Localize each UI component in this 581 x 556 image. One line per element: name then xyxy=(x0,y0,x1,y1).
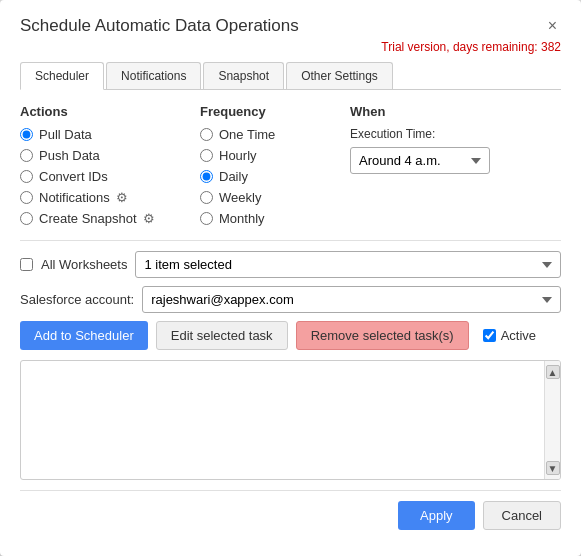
scroll-up-button[interactable]: ▲ xyxy=(546,365,560,379)
tab-snapshot[interactable]: Snapshot xyxy=(203,62,284,89)
when-title: When xyxy=(350,104,561,119)
freq-monthly[interactable]: Monthly xyxy=(200,211,330,226)
tab-scheduler[interactable]: Scheduler xyxy=(20,62,104,90)
action-convert-ids[interactable]: Convert IDs xyxy=(20,169,180,184)
cancel-button[interactable]: Cancel xyxy=(483,501,561,530)
all-worksheets-label: All Worksheets xyxy=(41,257,127,272)
tab-other-settings[interactable]: Other Settings xyxy=(286,62,393,89)
active-checkbox-label[interactable]: Active xyxy=(483,328,536,343)
active-checkbox[interactable] xyxy=(483,329,496,342)
freq-monthly-radio[interactable] xyxy=(200,212,213,225)
scroll-down-button[interactable]: ▼ xyxy=(546,461,560,475)
all-worksheets-checkbox[interactable] xyxy=(20,258,33,271)
execution-time-label: Execution Time: xyxy=(350,127,561,141)
action-create-snapshot-radio[interactable] xyxy=(20,212,33,225)
actions-section: Actions Pull Data Push Data Convert IDs … xyxy=(20,104,180,226)
actions-title: Actions xyxy=(20,104,180,119)
execution-time-select[interactable]: Around 4 a.m. Around 8 a.m. Around 12 p.… xyxy=(350,147,490,174)
frequency-title: Frequency xyxy=(200,104,330,119)
dialog-container: Schedule Automatic Data Operations × Tri… xyxy=(0,0,581,556)
remove-selected-tasks-button[interactable]: Remove selected task(s) xyxy=(296,321,469,350)
actions-radio-group: Pull Data Push Data Convert IDs Notifica… xyxy=(20,127,180,226)
worksheets-select[interactable]: 1 item selected xyxy=(135,251,561,278)
action-pull-data[interactable]: Pull Data xyxy=(20,127,180,142)
freq-one-time[interactable]: One Time xyxy=(200,127,330,142)
dialog-title: Schedule Automatic Data Operations xyxy=(20,16,299,36)
frequency-section: Frequency One Time Hourly Daily Weekly xyxy=(200,104,330,226)
add-to-scheduler-button[interactable]: Add to Scheduler xyxy=(20,321,148,350)
dialog-header: Schedule Automatic Data Operations × xyxy=(20,16,561,36)
action-push-data[interactable]: Push Data xyxy=(20,148,180,163)
active-label: Active xyxy=(501,328,536,343)
close-button[interactable]: × xyxy=(544,16,561,36)
action-notifications[interactable]: Notifications ⚙ xyxy=(20,190,180,205)
action-create-snapshot[interactable]: Create Snapshot ⚙ xyxy=(20,211,180,226)
apply-button[interactable]: Apply xyxy=(398,501,475,530)
freq-daily-radio[interactable] xyxy=(200,170,213,183)
action-pull-data-radio[interactable] xyxy=(20,128,33,141)
salesforce-select[interactable]: rajeshwari@xappex.com xyxy=(142,286,561,313)
freq-one-time-radio[interactable] xyxy=(200,128,213,141)
freq-hourly-radio[interactable] xyxy=(200,149,213,162)
snapshot-gear-icon[interactable]: ⚙ xyxy=(143,211,155,226)
footer-buttons: Apply Cancel xyxy=(20,490,561,530)
notifications-gear-icon[interactable]: ⚙ xyxy=(116,190,128,205)
frequency-radio-group: One Time Hourly Daily Weekly Monthly xyxy=(200,127,330,226)
divider-1 xyxy=(20,240,561,241)
trial-info: Trial version, days remaining: 382 xyxy=(20,40,561,54)
salesforce-row: Salesforce account: rajeshwari@xappex.co… xyxy=(20,286,561,313)
salesforce-label: Salesforce account: xyxy=(20,292,134,307)
edit-selected-task-button[interactable]: Edit selected task xyxy=(156,321,288,350)
action-buttons-row: Add to Scheduler Edit selected task Remo… xyxy=(20,321,561,350)
main-content: Actions Pull Data Push Data Convert IDs … xyxy=(20,104,561,226)
task-list-area: ▲ ▼ xyxy=(20,360,561,480)
action-convert-ids-radio[interactable] xyxy=(20,170,33,183)
action-push-data-radio[interactable] xyxy=(20,149,33,162)
tab-notifications[interactable]: Notifications xyxy=(106,62,201,89)
freq-daily[interactable]: Daily xyxy=(200,169,330,184)
freq-weekly-radio[interactable] xyxy=(200,191,213,204)
tabs-container: Scheduler Notifications Snapshot Other S… xyxy=(20,62,561,90)
worksheets-row: All Worksheets 1 item selected xyxy=(20,251,561,278)
action-notifications-radio[interactable] xyxy=(20,191,33,204)
freq-hourly[interactable]: Hourly xyxy=(200,148,330,163)
when-section: When Execution Time: Around 4 a.m. Aroun… xyxy=(350,104,561,226)
freq-weekly[interactable]: Weekly xyxy=(200,190,330,205)
scrollbar: ▲ ▼ xyxy=(544,361,560,479)
